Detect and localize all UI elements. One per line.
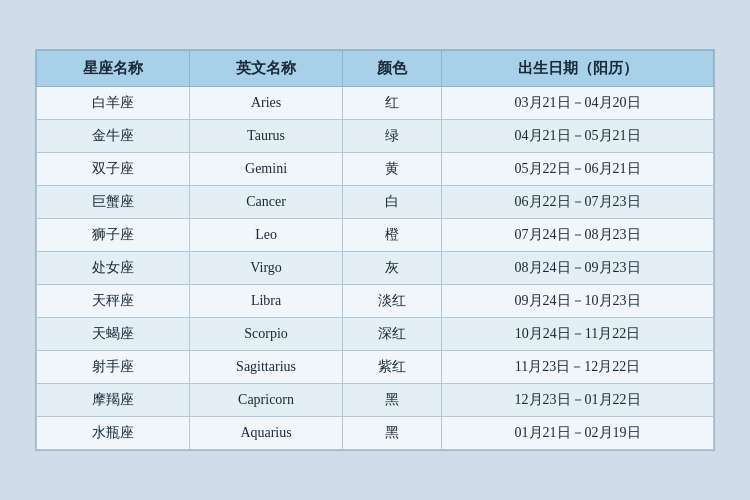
table-cell: 灰 <box>343 252 442 285</box>
table-cell: 狮子座 <box>37 219 190 252</box>
zodiac-table: 星座名称英文名称颜色出生日期（阳历） 白羊座Aries红03月21日－04月20… <box>36 50 714 450</box>
table-header-row: 星座名称英文名称颜色出生日期（阳历） <box>37 51 714 87</box>
table-cell: 白 <box>343 186 442 219</box>
table-cell: Sagittarius <box>190 351 343 384</box>
table-cell: Aries <box>190 87 343 120</box>
table-cell: 天秤座 <box>37 285 190 318</box>
table-cell: 红 <box>343 87 442 120</box>
table-cell: Leo <box>190 219 343 252</box>
table-row: 巨蟹座Cancer白06月22日－07月23日 <box>37 186 714 219</box>
table-cell: 10月24日－11月22日 <box>442 318 714 351</box>
table-cell: Taurus <box>190 120 343 153</box>
table-cell: Virgo <box>190 252 343 285</box>
table-cell: 01月21日－02月19日 <box>442 417 714 450</box>
table-cell: Aquarius <box>190 417 343 450</box>
table-cell: 04月21日－05月21日 <box>442 120 714 153</box>
table-cell: 淡红 <box>343 285 442 318</box>
table-header-cell: 英文名称 <box>190 51 343 87</box>
table-row: 金牛座Taurus绿04月21日－05月21日 <box>37 120 714 153</box>
table-header-cell: 星座名称 <box>37 51 190 87</box>
table-row: 白羊座Aries红03月21日－04月20日 <box>37 87 714 120</box>
table-cell: Gemini <box>190 153 343 186</box>
table-cell: 黑 <box>343 384 442 417</box>
table-cell: 黄 <box>343 153 442 186</box>
table-cell: 处女座 <box>37 252 190 285</box>
table-cell: 橙 <box>343 219 442 252</box>
table-row: 水瓶座Aquarius黑01月21日－02月19日 <box>37 417 714 450</box>
table-row: 处女座Virgo灰08月24日－09月23日 <box>37 252 714 285</box>
table-cell: 深红 <box>343 318 442 351</box>
table-row: 天秤座Libra淡红09月24日－10月23日 <box>37 285 714 318</box>
table-row: 双子座Gemini黄05月22日－06月21日 <box>37 153 714 186</box>
table-cell: 12月23日－01月22日 <box>442 384 714 417</box>
table-cell: 金牛座 <box>37 120 190 153</box>
zodiac-table-container: 星座名称英文名称颜色出生日期（阳历） 白羊座Aries红03月21日－04月20… <box>35 49 715 451</box>
table-cell: Scorpio <box>190 318 343 351</box>
table-cell: 03月21日－04月20日 <box>442 87 714 120</box>
table-cell: 06月22日－07月23日 <box>442 186 714 219</box>
table-cell: 双子座 <box>37 153 190 186</box>
table-cell: 08月24日－09月23日 <box>442 252 714 285</box>
table-row: 摩羯座Capricorn黑12月23日－01月22日 <box>37 384 714 417</box>
table-cell: 07月24日－08月23日 <box>442 219 714 252</box>
table-cell: Libra <box>190 285 343 318</box>
table-row: 天蝎座Scorpio深红10月24日－11月22日 <box>37 318 714 351</box>
table-header-cell: 出生日期（阳历） <box>442 51 714 87</box>
table-cell: 11月23日－12月22日 <box>442 351 714 384</box>
table-cell: 05月22日－06月21日 <box>442 153 714 186</box>
table-cell: 绿 <box>343 120 442 153</box>
table-cell: 紫红 <box>343 351 442 384</box>
table-body: 白羊座Aries红03月21日－04月20日金牛座Taurus绿04月21日－0… <box>37 87 714 450</box>
table-row: 射手座Sagittarius紫红11月23日－12月22日 <box>37 351 714 384</box>
table-cell: 09月24日－10月23日 <box>442 285 714 318</box>
table-cell: 水瓶座 <box>37 417 190 450</box>
table-header-cell: 颜色 <box>343 51 442 87</box>
table-row: 狮子座Leo橙07月24日－08月23日 <box>37 219 714 252</box>
table-cell: 巨蟹座 <box>37 186 190 219</box>
table-cell: 天蝎座 <box>37 318 190 351</box>
table-cell: 射手座 <box>37 351 190 384</box>
table-cell: 白羊座 <box>37 87 190 120</box>
table-cell: 黑 <box>343 417 442 450</box>
table-cell: 摩羯座 <box>37 384 190 417</box>
table-cell: Cancer <box>190 186 343 219</box>
table-cell: Capricorn <box>190 384 343 417</box>
